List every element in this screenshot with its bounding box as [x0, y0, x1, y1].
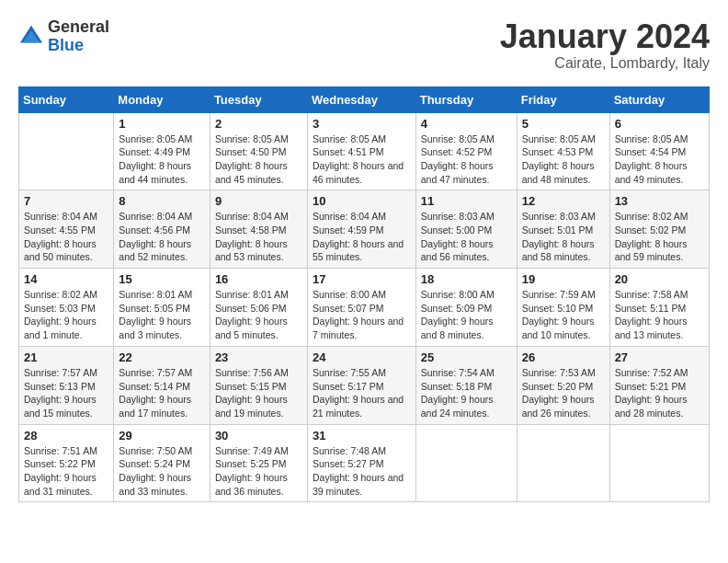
- day-info: Sunrise: 7:57 AMSunset: 5:14 PMDaylight:…: [119, 366, 205, 420]
- day-info: Sunrise: 8:00 AMSunset: 5:09 PMDaylight:…: [421, 288, 512, 342]
- day-number: 8: [119, 194, 205, 208]
- calendar-cell: 6Sunrise: 8:05 AMSunset: 4:54 PMDaylight…: [609, 112, 709, 190]
- calendar-cell: 24Sunrise: 7:55 AMSunset: 5:17 PMDayligh…: [307, 346, 415, 424]
- day-number: 31: [313, 429, 411, 442]
- header-thursday: Thursday: [415, 86, 517, 112]
- location-title: Cairate, Lombardy, Italy: [500, 55, 710, 72]
- calendar-cell: 8Sunrise: 8:04 AMSunset: 4:56 PMDaylight…: [114, 190, 210, 269]
- header-wednesday: Wednesday: [307, 86, 415, 112]
- day-number: 1: [119, 117, 205, 131]
- calendar-week-3: 14Sunrise: 8:02 AMSunset: 5:03 PMDayligh…: [19, 269, 710, 347]
- calendar-cell: 17Sunrise: 8:00 AMSunset: 5:07 PMDayligh…: [307, 269, 415, 347]
- calendar-cell: 31Sunrise: 7:48 AMSunset: 5:27 PMDayligh…: [307, 424, 415, 502]
- month-title: January 2024: [500, 18, 710, 55]
- calendar-cell: 9Sunrise: 8:04 AMSunset: 4:58 PMDaylight…: [210, 190, 307, 269]
- day-number: 12: [522, 194, 605, 208]
- day-info: Sunrise: 8:04 AMSunset: 4:55 PMDaylight:…: [24, 210, 108, 264]
- day-info: Sunrise: 8:05 AMSunset: 4:53 PMDaylight:…: [522, 132, 605, 187]
- day-info: Sunrise: 8:04 AMSunset: 4:59 PMDaylight:…: [313, 210, 411, 264]
- calendar-cell: 27Sunrise: 7:52 AMSunset: 5:21 PMDayligh…: [609, 346, 709, 424]
- day-info: Sunrise: 7:59 AMSunset: 5:10 PMDaylight:…: [522, 288, 605, 342]
- calendar-table: Sunday Monday Tuesday Wednesday Thursday…: [18, 86, 710, 503]
- calendar-week-1: 1Sunrise: 8:05 AMSunset: 4:49 PMDaylight…: [19, 112, 710, 190]
- day-info: Sunrise: 7:56 AMSunset: 5:15 PMDaylight:…: [215, 366, 302, 420]
- calendar-cell: 30Sunrise: 7:49 AMSunset: 5:25 PMDayligh…: [210, 424, 307, 502]
- day-number: 6: [615, 117, 704, 131]
- calendar-cell: 22Sunrise: 7:57 AMSunset: 5:14 PMDayligh…: [114, 346, 210, 424]
- header: General Blue January 2024 Cairate, Lomba…: [18, 18, 710, 72]
- day-info: Sunrise: 7:52 AMSunset: 5:21 PMDaylight:…: [615, 366, 704, 420]
- day-number: 2: [215, 117, 302, 131]
- day-info: Sunrise: 8:05 AMSunset: 4:51 PMDaylight:…: [313, 132, 411, 187]
- calendar-cell: 7Sunrise: 8:04 AMSunset: 4:55 PMDaylight…: [19, 190, 114, 269]
- day-number: 29: [119, 429, 205, 442]
- calendar-cell: 4Sunrise: 8:05 AMSunset: 4:52 PMDaylight…: [415, 112, 517, 190]
- calendar-body: 1Sunrise: 8:05 AMSunset: 4:49 PMDaylight…: [19, 112, 710, 502]
- day-number: 9: [215, 194, 302, 208]
- calendar-cell: 28Sunrise: 7:51 AMSunset: 5:22 PMDayligh…: [19, 424, 114, 502]
- day-number: 14: [24, 272, 108, 286]
- calendar-cell: [19, 112, 114, 190]
- day-number: 13: [615, 194, 704, 208]
- day-info: Sunrise: 8:05 AMSunset: 4:54 PMDaylight:…: [615, 132, 704, 187]
- calendar-cell: [609, 424, 709, 502]
- calendar-cell: [415, 424, 517, 502]
- calendar-cell: 29Sunrise: 7:50 AMSunset: 5:24 PMDayligh…: [114, 424, 210, 502]
- day-number: 24: [313, 350, 411, 364]
- day-info: Sunrise: 8:05 AMSunset: 4:52 PMDaylight:…: [421, 132, 512, 187]
- logo-text: General Blue: [48, 18, 109, 55]
- day-info: Sunrise: 8:01 AMSunset: 5:05 PMDaylight:…: [119, 288, 205, 342]
- header-saturday: Saturday: [609, 86, 709, 112]
- calendar-cell: 1Sunrise: 8:05 AMSunset: 4:49 PMDaylight…: [114, 112, 210, 190]
- day-number: 30: [215, 429, 302, 442]
- day-number: 25: [421, 350, 512, 364]
- day-info: Sunrise: 7:58 AMSunset: 5:11 PMDaylight:…: [615, 288, 704, 342]
- logo-icon: [18, 24, 44, 50]
- calendar-week-5: 28Sunrise: 7:51 AMSunset: 5:22 PMDayligh…: [19, 424, 710, 502]
- day-number: 27: [615, 350, 704, 364]
- calendar-cell: 26Sunrise: 7:53 AMSunset: 5:20 PMDayligh…: [517, 346, 609, 424]
- day-number: 26: [522, 350, 605, 364]
- day-info: Sunrise: 7:54 AMSunset: 5:18 PMDaylight:…: [421, 366, 512, 420]
- calendar-cell: 13Sunrise: 8:02 AMSunset: 5:02 PMDayligh…: [609, 190, 709, 269]
- day-number: 15: [119, 272, 205, 286]
- title-section: January 2024 Cairate, Lombardy, Italy: [500, 18, 710, 72]
- calendar-cell: 16Sunrise: 8:01 AMSunset: 5:06 PMDayligh…: [210, 269, 307, 347]
- day-number: 21: [24, 350, 108, 364]
- header-friday: Friday: [517, 86, 609, 112]
- day-info: Sunrise: 8:01 AMSunset: 5:06 PMDaylight:…: [215, 288, 302, 342]
- day-number: 28: [24, 429, 108, 442]
- day-number: 3: [313, 117, 411, 131]
- day-number: 7: [24, 194, 108, 208]
- header-sunday: Sunday: [19, 86, 114, 112]
- day-info: Sunrise: 8:02 AMSunset: 5:03 PMDaylight:…: [24, 288, 108, 342]
- day-number: 16: [215, 272, 302, 286]
- day-number: 18: [421, 272, 512, 286]
- calendar-week-2: 7Sunrise: 8:04 AMSunset: 4:55 PMDaylight…: [19, 190, 710, 269]
- day-info: Sunrise: 8:03 AMSunset: 5:01 PMDaylight:…: [522, 210, 605, 264]
- header-row: Sunday Monday Tuesday Wednesday Thursday…: [19, 86, 710, 112]
- day-info: Sunrise: 8:03 AMSunset: 5:00 PMDaylight:…: [421, 210, 512, 264]
- day-info: Sunrise: 8:04 AMSunset: 4:58 PMDaylight:…: [215, 210, 302, 264]
- calendar-cell: 11Sunrise: 8:03 AMSunset: 5:00 PMDayligh…: [415, 190, 517, 269]
- calendar-cell: 15Sunrise: 8:01 AMSunset: 5:05 PMDayligh…: [114, 269, 210, 347]
- day-number: 10: [313, 194, 411, 208]
- calendar-cell: 2Sunrise: 8:05 AMSunset: 4:50 PMDaylight…: [210, 112, 307, 190]
- calendar-cell: 23Sunrise: 7:56 AMSunset: 5:15 PMDayligh…: [210, 346, 307, 424]
- calendar-cell: 12Sunrise: 8:03 AMSunset: 5:01 PMDayligh…: [517, 190, 609, 269]
- day-info: Sunrise: 7:55 AMSunset: 5:17 PMDaylight:…: [313, 366, 411, 420]
- day-number: 20: [615, 272, 704, 286]
- day-number: 11: [421, 194, 512, 208]
- day-info: Sunrise: 7:49 AMSunset: 5:25 PMDaylight:…: [215, 444, 302, 499]
- calendar-cell: 18Sunrise: 8:00 AMSunset: 5:09 PMDayligh…: [415, 269, 517, 347]
- day-number: 19: [522, 272, 605, 286]
- calendar-week-4: 21Sunrise: 7:57 AMSunset: 5:13 PMDayligh…: [19, 346, 710, 424]
- day-number: 23: [215, 350, 302, 364]
- day-info: Sunrise: 8:05 AMSunset: 4:50 PMDaylight:…: [215, 132, 302, 187]
- header-monday: Monday: [114, 86, 210, 112]
- logo-blue-text: Blue: [48, 37, 109, 55]
- day-info: Sunrise: 7:51 AMSunset: 5:22 PMDaylight:…: [24, 444, 108, 499]
- day-info: Sunrise: 8:02 AMSunset: 5:02 PMDaylight:…: [615, 210, 704, 264]
- calendar-cell: 5Sunrise: 8:05 AMSunset: 4:53 PMDaylight…: [517, 112, 609, 190]
- day-info: Sunrise: 8:00 AMSunset: 5:07 PMDaylight:…: [313, 288, 411, 342]
